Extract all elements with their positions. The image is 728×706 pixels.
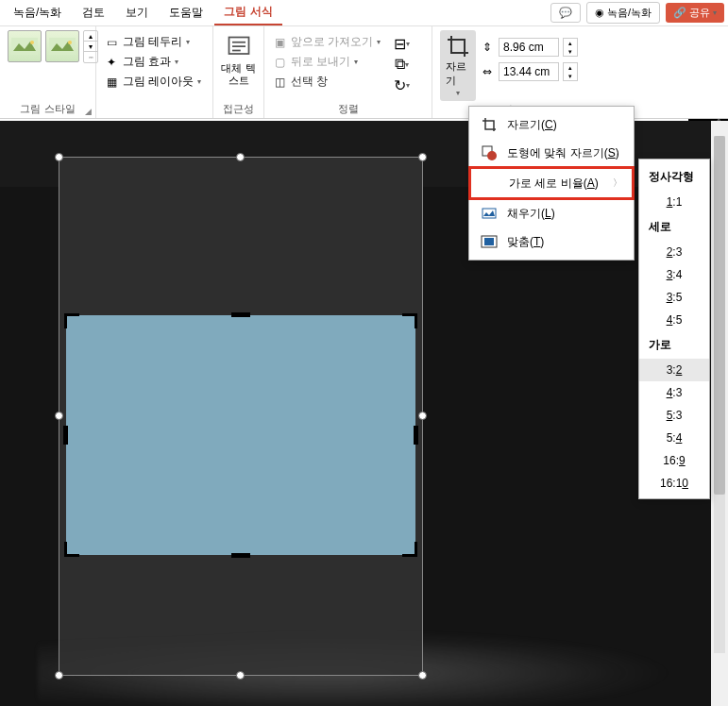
- svg-point-1: [30, 41, 34, 44]
- svg-rect-0: [11, 38, 38, 55]
- record-dot-icon: ◉: [595, 7, 604, 19]
- group-picture-styles: ▴▾⎓ 그림 스타일 ◢: [0, 26, 96, 118]
- resize-handle-br[interactable]: [418, 671, 427, 680]
- send-backward-button[interactable]: ▢뒤로 보내기▾: [272, 54, 381, 70]
- group-picture-format-opts: ▭그림 테두리▾ ✦그림 효과▾ ▦그림 레이아웃▾: [96, 26, 213, 118]
- picture-effects-button[interactable]: ✦그림 효과▾: [104, 54, 205, 70]
- crop-handle-bl[interactable]: [64, 542, 79, 557]
- alt-text-icon: [226, 34, 252, 60]
- menu-item-aspect-ratio[interactable]: 가로 세로 비율(A) 〉: [468, 166, 635, 200]
- width-icon: ⇔: [480, 64, 495, 79]
- dialog-launcher-styles[interactable]: ◢: [85, 107, 92, 116]
- chevron-right-icon: 〉: [613, 176, 622, 190]
- aspect-2:3[interactable]: 2:3: [639, 241, 709, 263]
- resize-handle-tr[interactable]: [418, 153, 427, 161]
- effects-icon: ✦: [104, 55, 119, 70]
- svg-rect-2: [49, 38, 76, 55]
- height-icon: ⇕: [480, 40, 495, 55]
- menu-item-fit[interactable]: 맞춤(T): [469, 227, 634, 256]
- aspect-5:4[interactable]: 5:4: [639, 427, 709, 449]
- resize-handle-tm[interactable]: [236, 153, 245, 161]
- resize-handle-mr[interactable]: [418, 412, 427, 420]
- crop-handle-rm[interactable]: [414, 426, 418, 445]
- submenu-header-landscape: 가로: [639, 331, 709, 359]
- crop-icon: [481, 116, 498, 133]
- width-input[interactable]: [499, 62, 559, 81]
- send-backward-icon: ▢: [272, 55, 287, 70]
- crop-icon: [446, 34, 470, 59]
- submenu-header-portrait: 세로: [639, 213, 709, 241]
- record-button[interactable]: ◉녹음/녹화: [586, 2, 660, 24]
- aspect-4:5[interactable]: 4:5: [639, 309, 709, 331]
- tab-help[interactable]: 도움말: [160, 1, 212, 25]
- crop-dropdown-menu: 자르기(C) 도형에 맞춰 자르기(S) 〉 가로 세로 비율(A) 〉 채우기…: [468, 106, 635, 261]
- menubar: 녹음/녹화 검토 보기 도움말 그림 서식 💬 ◉녹음/녹화 🔗공유▾: [0, 0, 728, 26]
- resize-handle-bm[interactable]: [236, 671, 245, 680]
- aspect-3:5[interactable]: 3:5: [639, 286, 709, 309]
- submenu-header-square: 정사각형: [639, 163, 709, 191]
- group-label-access: 접근성: [221, 100, 256, 116]
- crop-button[interactable]: 자르기 ▾: [440, 30, 476, 101]
- crop-handle-tl[interactable]: [64, 313, 79, 328]
- align-button[interactable]: ⊟▾: [394, 36, 409, 51]
- menu-item-crop-to-shape[interactable]: 도형에 맞춰 자르기(S) 〉: [469, 139, 634, 167]
- bring-forward-icon: ▣: [272, 35, 287, 50]
- share-icon: 🔗: [673, 7, 686, 19]
- picture-layout-button[interactable]: ▦그림 레이아웃▾: [104, 74, 205, 90]
- resize-handle-ml[interactable]: [55, 412, 63, 420]
- aspect-4:3[interactable]: 4:3: [639, 381, 709, 404]
- menu-item-fill[interactable]: 채우기(L): [469, 199, 634, 227]
- resize-handle-bl[interactable]: [55, 671, 63, 680]
- picture-style-thumb-2[interactable]: [45, 30, 79, 62]
- group-size: 자르기 ▾ ⇕ ▴▾ ⇔ ▴▾ 크기 ◢: [432, 26, 572, 118]
- alt-text-button[interactable]: 대체 텍스트: [221, 30, 256, 87]
- crop-handle-bm[interactable]: [231, 553, 250, 558]
- bring-forward-button[interactable]: ▣앞으로 가져오기▾: [272, 34, 381, 50]
- group-button[interactable]: ⧉▾: [394, 57, 409, 72]
- tab-review[interactable]: 검토: [73, 1, 114, 25]
- aspect-3:4[interactable]: 3:4: [639, 263, 709, 286]
- layout-icon: ▦: [104, 75, 119, 90]
- svg-point-9: [487, 151, 497, 160]
- crop-handle-lm[interactable]: [63, 426, 68, 445]
- border-icon: ▭: [104, 35, 119, 50]
- crop-region[interactable]: [66, 315, 415, 555]
- crop-handle-br[interactable]: [402, 542, 417, 557]
- crop-shape-icon: [481, 144, 498, 161]
- tab-record[interactable]: 녹음/녹화: [4, 1, 71, 25]
- crop-handle-tr[interactable]: [402, 313, 417, 328]
- group-label-styles: 그림 스타일: [8, 100, 88, 116]
- rotate-button[interactable]: ↻▾: [394, 77, 409, 92]
- resize-handle-tl[interactable]: [55, 153, 63, 161]
- aspect-16:10[interactable]: 16:10: [639, 472, 709, 495]
- height-input[interactable]: [499, 38, 559, 57]
- share-button[interactable]: 🔗공유▾: [666, 3, 724, 23]
- fit-icon: [481, 233, 498, 250]
- group-accessibility: 대체 텍스트 접근성: [213, 26, 264, 118]
- menu-item-crop[interactable]: 자르기(C): [469, 110, 634, 139]
- chevron-right-icon: 〉: [615, 146, 624, 160]
- fill-icon: [481, 205, 498, 222]
- selection-pane-button[interactable]: ◫선택 창: [272, 74, 381, 90]
- picture-style-thumb-1[interactable]: [8, 30, 42, 62]
- crop-handle-tm[interactable]: [231, 312, 250, 317]
- aspect-1-1[interactable]: 1:1: [639, 191, 709, 213]
- aspect-5:3[interactable]: 5:3: [639, 404, 709, 427]
- group-arrange: ▣앞으로 가져오기▾ ▢뒤로 보내기▾ ◫선택 창 ⊟▾ ⧉▾ ↻▾ 정렬: [264, 26, 432, 118]
- comments-button[interactable]: 💬: [550, 3, 581, 23]
- selection-pane-icon: ◫: [272, 75, 287, 90]
- picture-border-button[interactable]: ▭그림 테두리▾: [104, 34, 205, 50]
- svg-rect-12: [484, 238, 494, 245]
- tab-view[interactable]: 보기: [116, 1, 158, 25]
- aspect-ratio-submenu: 정사각형 1:1 세로 2:33:43:54:5 가로 3:24:35:35:4…: [638, 159, 710, 499]
- aspect-3:2[interactable]: 3:2: [639, 359, 709, 381]
- tab-picture-format[interactable]: 그림 서식: [214, 0, 281, 25]
- group-label-arrange: 정렬: [272, 100, 424, 116]
- comment-icon: 💬: [559, 7, 572, 19]
- svg-point-3: [68, 41, 72, 44]
- aspect-16:9[interactable]: 16:9: [639, 449, 709, 472]
- vertical-scrollbar[interactable]: [711, 121, 728, 706]
